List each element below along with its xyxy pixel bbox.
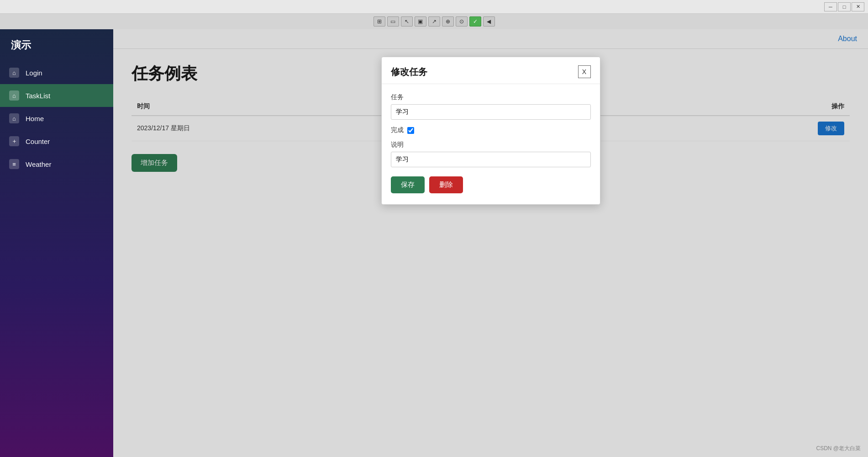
- sidebar-nav: ⌂ Login ⌂ TaskList ⌂ Home ＋ Counter ≡ We…: [0, 61, 113, 175]
- toolbar: ⊞ ▭ ↖ ▣ ↗ ⊕ ⊙ ✓ ◀: [0, 14, 868, 29]
- menu-icon: ≡: [9, 159, 19, 169]
- done-checkbox[interactable]: [407, 127, 414, 134]
- toolbar-icon-6[interactable]: ⊕: [442, 16, 454, 27]
- home2-icon: ⌂: [9, 113, 19, 123]
- title-bar: ─ □ ✕: [0, 0, 868, 14]
- minimize-button[interactable]: ─: [824, 2, 837, 11]
- sidebar: 演示 ⌂ Login ⌂ TaskList ⌂ Home ＋ Counter ≡…: [0, 29, 113, 457]
- toolbar-icon-5[interactable]: ↗: [428, 16, 440, 27]
- toolbar-icon-1[interactable]: ⊞: [374, 16, 385, 27]
- app-container: 演示 ⌂ Login ⌂ TaskList ⌂ Home ＋ Counter ≡…: [0, 29, 868, 457]
- dialog-close-button[interactable]: X: [578, 65, 591, 78]
- title-bar-controls: ─ □ ✕: [824, 2, 864, 11]
- save-button[interactable]: 保存: [391, 176, 425, 193]
- done-row: 完成: [391, 126, 591, 134]
- sidebar-item-home[interactable]: ⌂ Home: [0, 107, 113, 130]
- dialog-body: 任务 完成 说明 保存 删除: [382, 84, 600, 204]
- main-content: About 任务例表 时间 说明 操作 2023/12/17 星期日: [113, 29, 868, 457]
- delete-button[interactable]: 删除: [429, 176, 463, 193]
- task-input[interactable]: [391, 104, 591, 120]
- sidebar-item-counter[interactable]: ＋ Counter: [0, 130, 113, 153]
- dialog-header: 修改任务 X: [382, 57, 600, 84]
- done-label: 完成: [391, 126, 404, 134]
- toolbar-icon-4[interactable]: ▣: [415, 16, 426, 27]
- dialog-title: 修改任务: [391, 66, 427, 78]
- tasklist-icon: ⌂: [9, 90, 19, 101]
- sidebar-item-label-counter: Counter: [26, 138, 50, 145]
- task-field-label: 任务: [391, 93, 591, 101]
- desc-field-label: 说明: [391, 141, 591, 149]
- dialog-actions: 保存 删除: [391, 176, 591, 193]
- sidebar-item-label-home: Home: [26, 115, 44, 122]
- sidebar-item-login[interactable]: ⌂ Login: [0, 61, 113, 84]
- toolbar-icon-8[interactable]: ✓: [469, 16, 481, 27]
- maximize-button[interactable]: □: [838, 2, 851, 11]
- modal-overlay: 修改任务 X 任务 完成 说明 保存 删除: [113, 29, 868, 457]
- sidebar-item-label-tasklist: TaskList: [26, 92, 50, 100]
- sidebar-item-weather[interactable]: ≡ Weather: [0, 153, 113, 175]
- sidebar-brand: 演示: [0, 29, 113, 61]
- home-icon: ⌂: [9, 68, 19, 78]
- sidebar-item-tasklist[interactable]: ⌂ TaskList: [0, 84, 113, 107]
- sidebar-item-label-weather: Weather: [26, 160, 51, 168]
- toolbar-icon-9[interactable]: ◀: [483, 16, 495, 27]
- plus-icon: ＋: [9, 136, 19, 146]
- toolbar-icon-7[interactable]: ⊙: [456, 16, 468, 27]
- toolbar-icon-3[interactable]: ↖: [401, 16, 413, 27]
- sidebar-item-label-login: Login: [26, 69, 42, 77]
- desc-input[interactable]: [391, 152, 591, 167]
- window-close-button[interactable]: ✕: [852, 2, 864, 11]
- edit-dialog: 修改任务 X 任务 完成 说明 保存 删除: [381, 57, 600, 205]
- toolbar-icon-2[interactable]: ▭: [387, 16, 399, 27]
